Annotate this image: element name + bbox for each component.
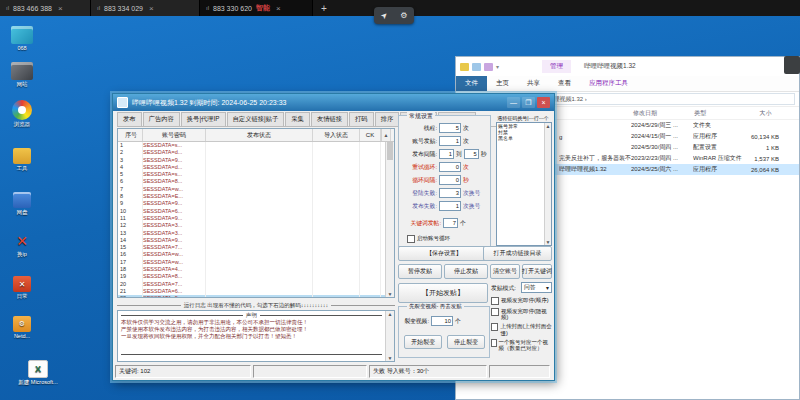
- table-row[interactable]: 3 SESSDATA=9...: [118, 157, 385, 164]
- stop-split-button[interactable]: 停止裂变: [447, 335, 485, 349]
- desktop-icon-new-excel[interactable]: X 新建 Microsoft...: [16, 360, 60, 385]
- close-icon[interactable]: ×: [149, 4, 154, 13]
- interval-to-input[interactable]: 5: [464, 149, 479, 159]
- close-button[interactable]: ×: [537, 97, 550, 108]
- table-row[interactable]: 2 SESSDATA=d...: [118, 149, 385, 156]
- ribbon-tab-file[interactable]: 文件: [456, 76, 487, 91]
- desktop-icon-website[interactable]: 网站: [0, 62, 44, 87]
- table-row[interactable]: 13 SESSDATA=3...: [118, 230, 385, 237]
- table-row[interactable]: 8 SESSDATA=E...: [118, 193, 385, 200]
- log-scrollbar[interactable]: ▲▼: [385, 311, 394, 361]
- save-settings-button[interactable]: 【保存设置】: [398, 246, 490, 261]
- table-row[interactable]: 11 SESSDATA=9...: [118, 215, 385, 222]
- scroll-up-icon[interactable]: ▲: [388, 311, 393, 317]
- start-split-button[interactable]: 开始裂变: [404, 335, 442, 349]
- split-count-input[interactable]: 10: [431, 316, 453, 326]
- table-row[interactable]: 5 SESSDATA=s...: [118, 171, 385, 178]
- scroll-down-icon[interactable]: ▼: [388, 291, 393, 297]
- open-keywords-button[interactable]: 打开关键词: [522, 264, 552, 279]
- gear-icon[interactable]: ⚙: [400, 11, 407, 20]
- header-ck[interactable]: CK: [360, 129, 381, 141]
- column-type[interactable]: 类型: [694, 109, 745, 118]
- feature-item[interactable]: 黑名单: [497, 135, 544, 141]
- table-row[interactable]: 12 SESSDATA=3...: [118, 222, 385, 229]
- table-row[interactable]: 15 SESSDATA=7...: [118, 244, 385, 251]
- checkbox-icon[interactable]: [491, 308, 499, 316]
- scroll-up-icon[interactable]: ▲: [381, 129, 391, 141]
- start-post-button[interactable]: 【开始发贴】: [398, 283, 488, 303]
- desktop-icon-068[interactable]: 068: [0, 26, 44, 51]
- header-account[interactable]: 账号密码: [143, 129, 206, 141]
- table-row[interactable]: 9 SESSDATA=9...: [118, 200, 385, 207]
- header-import-status[interactable]: 导入状态: [313, 129, 360, 141]
- table-row[interactable]: 1 SESSDATA=s...: [118, 142, 385, 149]
- open-success-dir-button[interactable]: 打开成功链接目录: [483, 246, 552, 261]
- table-row[interactable]: 6 SESSDATA=8...: [118, 178, 385, 185]
- properties-icon[interactable]: [472, 63, 481, 71]
- option-row[interactable]: 一个账号对应一个视频（数量已对应）: [491, 339, 553, 352]
- option-row[interactable]: 视频发完即停(随视频): [491, 308, 553, 321]
- table-scrollbar[interactable]: ▼: [385, 142, 394, 297]
- column-size[interactable]: 大小: [746, 109, 799, 118]
- desktop-icon-daily[interactable]: ✕ 日常: [0, 276, 44, 299]
- scroll-down-icon[interactable]: ▼: [388, 355, 393, 361]
- app-tab[interactable]: 自定义链接|贴子: [227, 112, 285, 126]
- app-tab[interactable]: 打码: [349, 112, 374, 126]
- table-row[interactable]: 19 SESSDATA=8...: [118, 273, 385, 280]
- checkbox-icon[interactable]: [491, 339, 497, 347]
- column-date[interactable]: 修改日期: [633, 109, 694, 118]
- desktop-icon-browser[interactable]: 浏览器: [0, 100, 44, 127]
- table-row[interactable]: 16 SESSDATA=w...: [118, 251, 385, 258]
- ribbon-tab-home[interactable]: 主页: [487, 76, 518, 91]
- minimize-button[interactable]: —: [507, 97, 520, 108]
- manage-tab[interactable]: 管理: [542, 60, 571, 73]
- desktop-icon-netdisk[interactable]: 网盘: [0, 192, 44, 215]
- account-loop-checkbox[interactable]: [407, 235, 415, 243]
- feature-list-scrollbar[interactable]: ▲▼: [544, 123, 551, 245]
- stop-post-button[interactable]: 停止发贴: [444, 264, 488, 279]
- app-tab[interactable]: 友情链接: [311, 112, 348, 126]
- scrollbar-thumb[interactable]: [387, 142, 393, 160]
- table-row[interactable]: 18 SESSDATA=4...: [118, 266, 385, 273]
- interval-from-input[interactable]: 1: [439, 149, 454, 159]
- app-tab[interactable]: 换号|代理IP: [181, 112, 226, 126]
- ribbon-tab-share[interactable]: 共享: [518, 76, 549, 91]
- desktop-icon-netd[interactable]: ⚙ Netd...: [0, 316, 44, 339]
- new-tab-button[interactable]: +: [313, 0, 335, 16]
- pause-post-button[interactable]: 暂停发贴: [398, 264, 442, 279]
- app-tab[interactable]: 排序: [375, 112, 400, 126]
- ribbon-tab-apptools[interactable]: 应用程序工具: [580, 76, 637, 91]
- post-fail-input[interactable]: 1: [439, 201, 461, 211]
- session-tab-2[interactable]: ıl 883 334 029 ×: [91, 0, 200, 16]
- table-row[interactable]: 7 SESSDATA=w...: [118, 186, 385, 193]
- keyword-post-input[interactable]: 7: [443, 218, 458, 228]
- quick-access-dropdown-icon[interactable]: ▾: [496, 63, 499, 70]
- table-row[interactable]: 4 SESSDATA=d...: [118, 164, 385, 171]
- table-row[interactable]: 20 SESSDATA=7...: [118, 281, 385, 288]
- folder-icon[interactable]: [460, 63, 469, 71]
- desktop-icon-changeip[interactable]: ✕ 换ip: [0, 232, 44, 257]
- cursor-icon[interactable]: ➤: [378, 10, 389, 21]
- table-row[interactable]: 10 SESSDATA=6...: [118, 208, 385, 215]
- table-row[interactable]: 14 SESSDATA=9...: [118, 237, 385, 244]
- table-row[interactable]: 17 SESSDATA=w...: [118, 259, 385, 266]
- scroll-down-icon[interactable]: ▼: [546, 239, 551, 245]
- app-tab[interactable]: 发布: [117, 112, 142, 126]
- desktop-icon-tools[interactable]: 工具: [0, 148, 44, 171]
- post-mode-select[interactable]: 问答 ▾: [521, 282, 552, 293]
- login-fail-input[interactable]: 3: [439, 188, 461, 198]
- loop-interval-input[interactable]: 0: [439, 175, 461, 185]
- ribbon-tab-view[interactable]: 查看: [549, 76, 580, 91]
- header-post-status[interactable]: 发布状态: [206, 129, 313, 141]
- app-tab[interactable]: 广告内容: [143, 112, 180, 126]
- header-index[interactable]: 序号: [118, 129, 143, 141]
- session-tab-1[interactable]: ıl 883 466 388 ×: [0, 0, 91, 16]
- close-icon[interactable]: ×: [58, 4, 63, 13]
- option-row[interactable]: 上传封面(上传封面会慢): [491, 323, 553, 336]
- checkbox-icon[interactable]: [491, 323, 498, 331]
- session-tab-3[interactable]: ıl 883 330 620 智能 ×: [200, 0, 313, 16]
- retry-loop-input[interactable]: 0: [439, 162, 461, 172]
- thread-input[interactable]: 5: [439, 123, 461, 133]
- maximize-button[interactable]: ❐: [522, 97, 535, 108]
- option-row[interactable]: 视频发完即停(顺序): [491, 297, 553, 305]
